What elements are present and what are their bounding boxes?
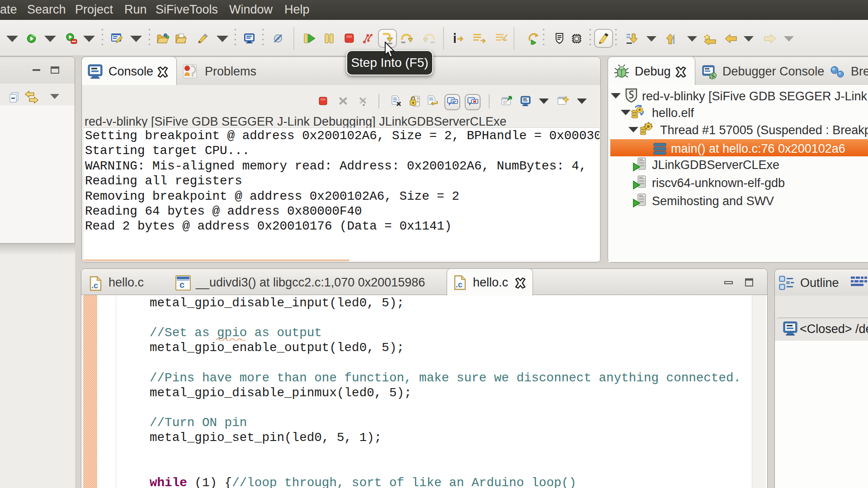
svg-text:.c: .c [456, 280, 462, 289]
svg-text:c: c [179, 280, 184, 290]
svg-text:.c: .c [91, 281, 98, 290]
